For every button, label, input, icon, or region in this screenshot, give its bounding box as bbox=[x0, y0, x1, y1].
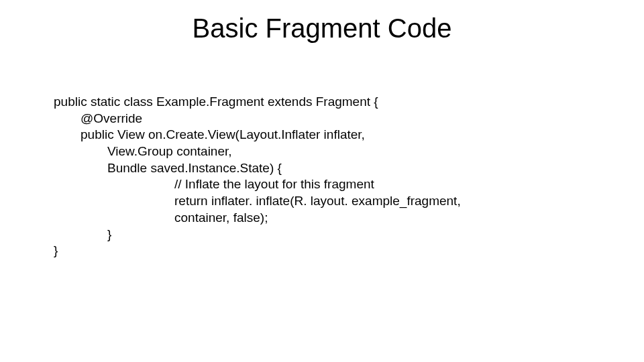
code-line: // Inflate the layout for this fragment bbox=[174, 176, 461, 193]
code-line: View.Group container, bbox=[107, 143, 461, 160]
slide-title: Basic Fragment Code bbox=[0, 13, 644, 44]
code-line: } bbox=[54, 243, 461, 259]
code-line: return inflater. inflate(R. layout. exam… bbox=[174, 193, 461, 210]
code-block: public static class Example.Fragment ext… bbox=[54, 94, 461, 259]
code-line: public static class Example.Fragment ext… bbox=[54, 94, 461, 111]
code-line: Bundle saved.Instance.State) { bbox=[107, 160, 461, 177]
code-line: public View on.Create.View(Layout.Inflat… bbox=[80, 127, 461, 143]
code-line: container, false); bbox=[174, 210, 461, 227]
code-line: @Override bbox=[80, 111, 461, 127]
code-line: } bbox=[107, 227, 461, 243]
